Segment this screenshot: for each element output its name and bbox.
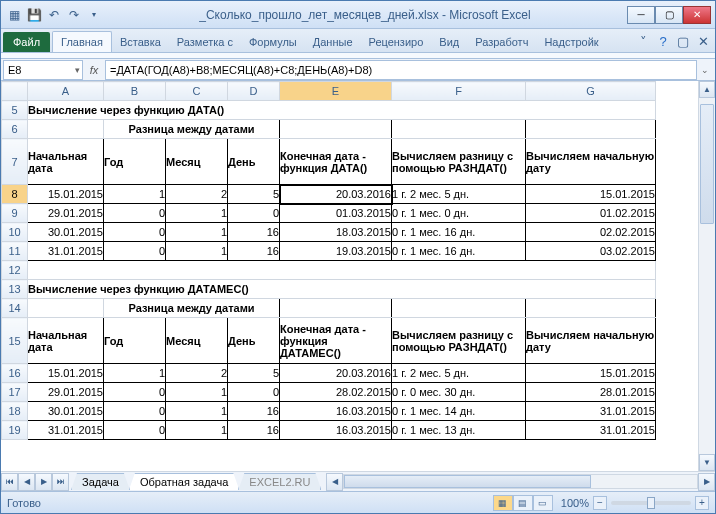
cell-F18[interactable]: 0 г. 1 мес. 14 дн. xyxy=(392,402,526,421)
cell-E9[interactable]: 01.03.2015 xyxy=(280,204,392,223)
cell-C19[interactable]: 1 xyxy=(166,421,228,440)
tab-prev-button[interactable]: ◀ xyxy=(18,473,35,491)
help-icon[interactable]: ? xyxy=(655,33,671,49)
scroll-track[interactable] xyxy=(699,98,715,454)
row-header-8[interactable]: 8 xyxy=(2,185,28,204)
cell-B19[interactable]: 0 xyxy=(104,421,166,440)
sheet-tab-1[interactable]: Задача xyxy=(71,473,130,490)
cell-E10[interactable]: 18.03.2015 xyxy=(280,223,392,242)
cell-D9[interactable]: 0 xyxy=(228,204,280,223)
cell-A18[interactable]: 30.01.2015 xyxy=(28,402,104,421)
cell-A15[interactable]: Начальная дата xyxy=(28,318,104,364)
formula-expand-icon[interactable]: ⌄ xyxy=(698,65,712,75)
cell-C8[interactable]: 2 xyxy=(166,185,228,204)
cell-D16[interactable]: 5 xyxy=(228,364,280,383)
cell-F17[interactable]: 0 г. 0 мес. 30 дн. xyxy=(392,383,526,402)
tab-next-button[interactable]: ▶ xyxy=(35,473,52,491)
cell-F6[interactable] xyxy=(392,120,526,139)
cell-D8[interactable]: 5 xyxy=(228,185,280,204)
horizontal-scrollbar[interactable]: ◀ ▶ xyxy=(326,473,715,491)
cell-E17[interactable]: 28.02.2015 xyxy=(280,383,392,402)
cell-B6[interactable]: Разница между датами xyxy=(104,120,280,139)
cell-F14[interactable] xyxy=(392,299,526,318)
cell-A19[interactable]: 31.01.2015 xyxy=(28,421,104,440)
maximize-button[interactable]: ▢ xyxy=(655,6,683,24)
sheet-tab-3[interactable]: EXCEL2.RU xyxy=(238,473,321,490)
select-all-corner[interactable] xyxy=(2,82,28,101)
cell-B8[interactable]: 1 xyxy=(104,185,166,204)
cell-E7[interactable]: Конечная дата - функция ДАТА() xyxy=(280,139,392,185)
tab-review[interactable]: Рецензиро xyxy=(361,32,432,52)
hscroll-right-button[interactable]: ▶ xyxy=(698,473,715,491)
cell-G18[interactable]: 31.01.2015 xyxy=(526,402,656,421)
cell-C17[interactable]: 1 xyxy=(166,383,228,402)
cell-D17[interactable]: 0 xyxy=(228,383,280,402)
cell-D11[interactable]: 16 xyxy=(228,242,280,261)
cell-A9[interactable]: 29.01.2015 xyxy=(28,204,104,223)
scroll-thumb[interactable] xyxy=(700,104,714,224)
tab-last-button[interactable]: ⏭ xyxy=(52,473,69,491)
col-header-G[interactable]: G xyxy=(526,82,656,101)
tab-insert[interactable]: Вставка xyxy=(112,32,169,52)
sheet-tab-2[interactable]: Обратная задача xyxy=(129,473,239,490)
name-box[interactable]: E8 xyxy=(3,60,83,80)
zoom-in-button[interactable]: + xyxy=(695,496,709,510)
cell-B14[interactable]: Разница между датами xyxy=(104,299,280,318)
cell-D7[interactable]: День xyxy=(228,139,280,185)
cell-E15[interactable]: Конечная дата - функция ДАТАМЕС() xyxy=(280,318,392,364)
save-icon[interactable]: 💾 xyxy=(25,6,43,24)
col-header-D[interactable]: D xyxy=(228,82,280,101)
cell-G8[interactable]: 15.01.2015 xyxy=(526,185,656,204)
hscroll-left-button[interactable]: ◀ xyxy=(326,473,343,491)
row-header-16[interactable]: 16 xyxy=(2,364,28,383)
cell-B15[interactable]: Год xyxy=(104,318,166,364)
cell-B7[interactable]: Год xyxy=(104,139,166,185)
row-header-19[interactable]: 19 xyxy=(2,421,28,440)
cell-E11[interactable]: 19.03.2015 xyxy=(280,242,392,261)
row-header-6[interactable]: 6 xyxy=(2,120,28,139)
tab-data[interactable]: Данные xyxy=(305,32,361,52)
cell-G10[interactable]: 02.02.2015 xyxy=(526,223,656,242)
row-header-9[interactable]: 9 xyxy=(2,204,28,223)
cell-B16[interactable]: 1 xyxy=(104,364,166,383)
cell-A7[interactable]: Начальная дата xyxy=(28,139,104,185)
cell-C16[interactable]: 2 xyxy=(166,364,228,383)
cell-A8[interactable]: 15.01.2015 xyxy=(28,185,104,204)
col-header-A[interactable]: A xyxy=(28,82,104,101)
cell-E6[interactable] xyxy=(280,120,392,139)
cell-F7[interactable]: Вычисляем разницу с помощью РАЗНДАТ() xyxy=(392,139,526,185)
cell-F9[interactable]: 0 г. 1 мес. 0 дн. xyxy=(392,204,526,223)
col-header-F[interactable]: F xyxy=(392,82,526,101)
cell-G7[interactable]: Вычисляем начальную дату xyxy=(526,139,656,185)
fx-icon[interactable]: fx xyxy=(83,64,105,76)
col-header-B[interactable]: B xyxy=(104,82,166,101)
vertical-scrollbar[interactable]: ▲ ▼ xyxy=(698,81,715,471)
cell-A12[interactable] xyxy=(28,261,656,280)
cell-G9[interactable]: 01.02.2015 xyxy=(526,204,656,223)
cell-G16[interactable]: 15.01.2015 xyxy=(526,364,656,383)
cell-E19[interactable]: 16.03.2015 xyxy=(280,421,392,440)
cell-E8-active[interactable]: 20.03.2016 xyxy=(280,185,392,204)
cell-C11[interactable]: 1 xyxy=(166,242,228,261)
view-pagebreak-button[interactable]: ▭ xyxy=(533,495,553,511)
cell-B9[interactable]: 0 xyxy=(104,204,166,223)
cell-F19[interactable]: 0 г. 1 мес. 13 дн. xyxy=(392,421,526,440)
doc-close-icon[interactable]: ✕ xyxy=(695,33,711,49)
cell-D18[interactable]: 16 xyxy=(228,402,280,421)
row-header-18[interactable]: 18 xyxy=(2,402,28,421)
cell-A10[interactable]: 30.01.2015 xyxy=(28,223,104,242)
zoom-level[interactable]: 100% xyxy=(561,497,589,509)
cell-A16[interactable]: 15.01.2015 xyxy=(28,364,104,383)
tab-layout[interactable]: Разметка с xyxy=(169,32,241,52)
cell-G15[interactable]: Вычисляем начальную дату xyxy=(526,318,656,364)
cell-D19[interactable]: 16 xyxy=(228,421,280,440)
cell-G6[interactable] xyxy=(526,120,656,139)
cell-E14[interactable] xyxy=(280,299,392,318)
row-header-10[interactable]: 10 xyxy=(2,223,28,242)
cell-B10[interactable]: 0 xyxy=(104,223,166,242)
cell-G14[interactable] xyxy=(526,299,656,318)
qat-more-icon[interactable]: ▾ xyxy=(85,6,103,24)
tab-developer[interactable]: Разработч xyxy=(467,32,536,52)
col-header-E[interactable]: E xyxy=(280,82,392,101)
cell-C7[interactable]: Месяц xyxy=(166,139,228,185)
